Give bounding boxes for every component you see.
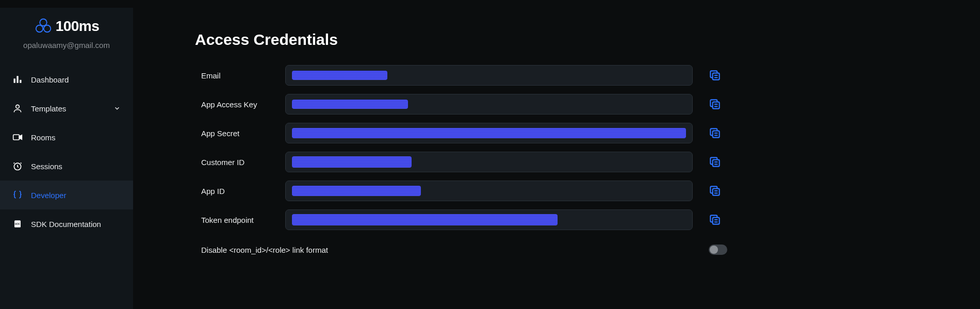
sidebar-item-label: Developer (31, 191, 121, 200)
redacted-value (292, 214, 558, 225)
sidebar-item-templates[interactable]: Templates (0, 94, 133, 123)
credential-row-secret: App Secret (195, 123, 980, 143)
redacted-value (292, 186, 421, 196)
toggle-label: Disable <room_id>/<role> link format (195, 246, 328, 254)
sidebar: 100ms opaluwaamy@gmail.com Dashboard (0, 8, 133, 309)
copy-button[interactable] (708, 97, 722, 111)
redacted-value (292, 128, 686, 138)
customer-id-field[interactable] (285, 152, 693, 172)
svg-marker-8 (19, 135, 22, 139)
sidebar-item-label: Sessions (31, 162, 121, 171)
svg-rect-3 (14, 78, 15, 83)
redacted-value (292, 71, 387, 80)
brand-name: 100ms (56, 18, 100, 35)
credential-row-customer-id: Customer ID (195, 152, 980, 172)
toggle-knob (710, 246, 718, 254)
main-content: Access Credentials Email App Access Key (133, 8, 980, 309)
svg-point-2 (43, 25, 51, 32)
video-icon (12, 132, 23, 142)
sidebar-item-dashboard[interactable]: Dashboard (0, 65, 133, 94)
sidebar-item-label: Dashboard (31, 75, 121, 84)
sidebar-item-label: SDK Documentation (31, 220, 121, 229)
sidebar-item-rooms[interactable]: Rooms (0, 123, 133, 152)
credential-label: App Access Key (195, 100, 285, 109)
copy-button[interactable] (708, 213, 722, 226)
sidebar-item-sessions[interactable]: Sessions (0, 152, 133, 181)
sidebar-item-sdk-docs[interactable]: DOC SDK Documentation (0, 209, 133, 238)
brand-logo[interactable]: 100ms (0, 14, 133, 39)
copy-button[interactable] (708, 184, 722, 198)
credential-row-email: Email (195, 65, 980, 86)
redacted-value (292, 100, 408, 109)
svg-rect-5 (20, 80, 21, 83)
svg-point-6 (16, 105, 20, 108)
credential-label: App Secret (195, 129, 285, 138)
bar-chart-icon (12, 74, 23, 85)
credential-label: App ID (195, 187, 285, 196)
svg-rect-18 (713, 131, 720, 138)
svg-rect-4 (17, 76, 18, 83)
credential-label: Email (195, 71, 285, 80)
svg-rect-24 (713, 189, 720, 196)
token-endpoint-field[interactable] (285, 209, 693, 230)
credential-row-token-endpoint: Token endpoint (195, 209, 980, 230)
secret-field[interactable] (285, 123, 693, 143)
copy-button[interactable] (708, 69, 722, 82)
svg-text:DOC: DOC (15, 223, 21, 225)
page-title: Access Credentials (195, 31, 980, 48)
user-icon (12, 103, 23, 113)
chevron-down-icon (113, 105, 121, 112)
sidebar-nav: Dashboard Templates (0, 65, 133, 238)
svg-rect-15 (713, 102, 720, 109)
svg-point-1 (36, 25, 43, 32)
svg-rect-27 (713, 218, 720, 224)
svg-rect-7 (13, 135, 20, 140)
copy-button[interactable] (708, 126, 722, 140)
clock-icon (12, 161, 23, 171)
access-key-field[interactable] (285, 94, 693, 115)
svg-rect-21 (713, 160, 720, 167)
sidebar-item-label: Templates (31, 104, 105, 113)
copy-button[interactable] (708, 155, 722, 169)
redacted-value (292, 156, 412, 168)
sidebar-item-label: Rooms (31, 133, 121, 142)
app-id-field[interactable] (285, 181, 693, 201)
document-icon: DOC (12, 219, 23, 229)
logo-icon (34, 17, 53, 36)
credential-row-app-id: App ID (195, 181, 980, 201)
credential-label: Customer ID (195, 158, 285, 167)
disable-link-format-row: Disable <room_id>/<role> link format (195, 245, 980, 255)
credential-label: Token endpoint (195, 216, 285, 224)
svg-rect-12 (713, 73, 720, 80)
svg-point-0 (40, 19, 47, 26)
code-braces-icon (12, 190, 23, 200)
user-email: opaluwaamy@gmail.com (0, 39, 133, 60)
disable-link-toggle[interactable] (709, 245, 727, 255)
credential-row-access-key: App Access Key (195, 94, 980, 115)
sidebar-item-developer[interactable]: Developer (0, 181, 133, 209)
email-field[interactable] (285, 65, 693, 86)
